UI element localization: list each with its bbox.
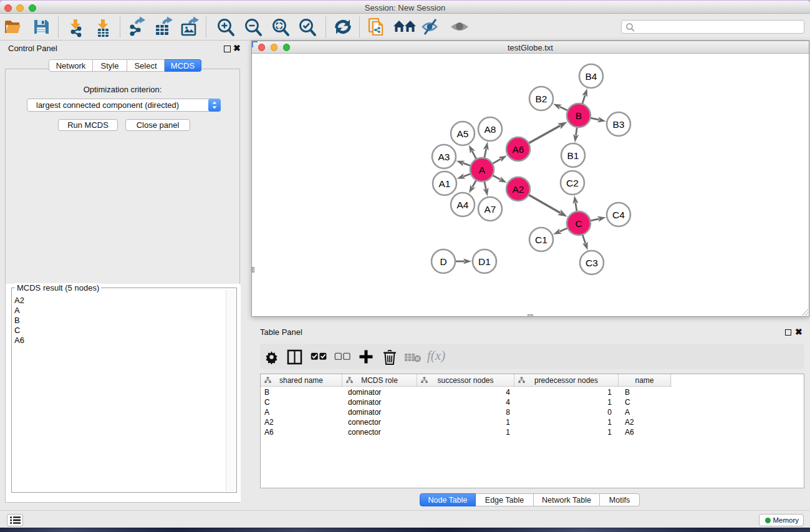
svg-text:A7: A7 bbox=[485, 204, 496, 215]
svg-text:D: D bbox=[440, 256, 446, 267]
svg-text:C1: C1 bbox=[535, 235, 547, 245]
svg-text:C4: C4 bbox=[612, 210, 625, 220]
svg-text:A: A bbox=[479, 165, 486, 175]
svg-text:D1: D1 bbox=[478, 256, 491, 267]
svg-text:A5: A5 bbox=[457, 128, 469, 139]
svg-text:A6: A6 bbox=[513, 144, 524, 155]
svg-text:C3: C3 bbox=[586, 258, 598, 268]
svg-text:B3: B3 bbox=[613, 119, 625, 130]
svg-text:C: C bbox=[575, 218, 582, 229]
svg-text:C2: C2 bbox=[566, 178, 579, 188]
svg-text:B1: B1 bbox=[567, 150, 579, 161]
svg-text:B: B bbox=[576, 110, 582, 121]
svg-text:A4: A4 bbox=[457, 200, 469, 210]
svg-text:A1: A1 bbox=[439, 178, 451, 189]
svg-text:B4: B4 bbox=[586, 71, 597, 82]
svg-text:A8: A8 bbox=[485, 124, 496, 135]
svg-text:B2: B2 bbox=[536, 94, 547, 104]
svg-text:A3: A3 bbox=[438, 152, 450, 162]
svg-text:A2: A2 bbox=[513, 184, 524, 195]
